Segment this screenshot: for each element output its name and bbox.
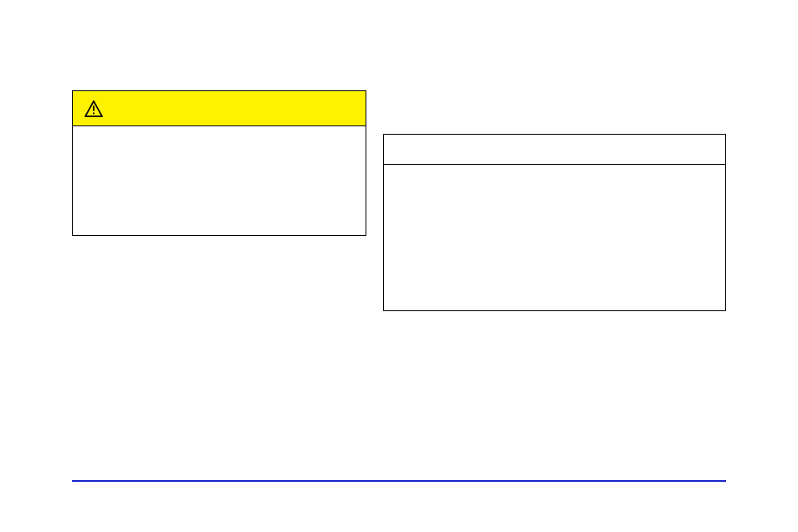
svg-rect-1	[93, 105, 95, 110]
notice-box	[383, 134, 726, 311]
caution-header	[73, 91, 366, 126]
notice-body-text	[384, 165, 725, 310]
notice-header	[384, 135, 725, 165]
svg-rect-2	[93, 112, 95, 114]
caution-body-text	[73, 126, 366, 235]
caution-box	[72, 90, 366, 236]
warning-triangle-icon	[84, 100, 103, 117]
footer-rule	[72, 480, 726, 482]
